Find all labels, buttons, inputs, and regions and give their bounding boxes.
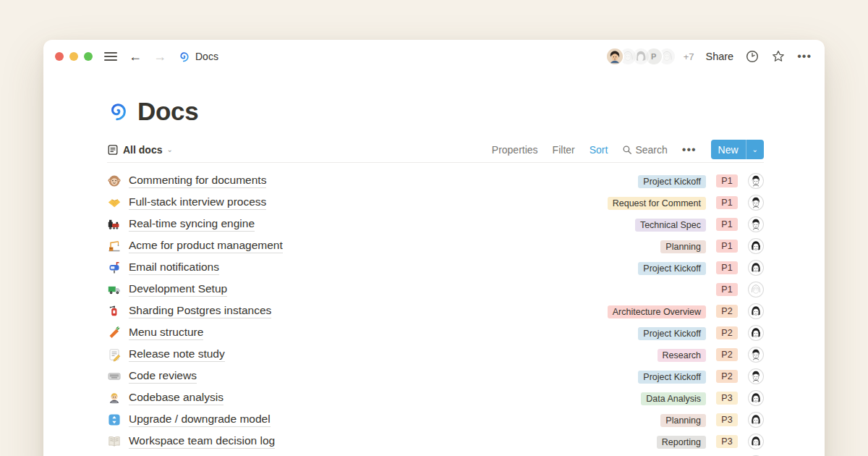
locomotive-icon xyxy=(107,217,122,232)
doc-priority-badge: P3 xyxy=(716,413,738,426)
doc-title-link[interactable]: Email notifications xyxy=(129,261,219,275)
doc-title-link[interactable]: Release note study xyxy=(129,347,225,362)
doc-priority-badge: P3 xyxy=(716,392,738,405)
doc-row[interactable]: Menu structure Project Kickoff P2 xyxy=(107,322,764,344)
doc-priority-badge: P2 xyxy=(716,348,738,361)
doc-row[interactable]: Email notifications Project Kickoff P1 xyxy=(107,257,764,279)
doc-row[interactable]: Acme for product management Planning P1 xyxy=(107,235,764,257)
updates-clock-icon[interactable] xyxy=(745,49,760,64)
doc-tag: Project Kickoff xyxy=(638,262,706,275)
new-button-label[interactable]: New xyxy=(711,140,746,159)
assignee-avatar xyxy=(748,173,764,189)
doc-priority-badge: P1 xyxy=(716,196,738,209)
doc-row[interactable]: Performance feedback Research P3 xyxy=(107,452,764,456)
cyclone-spiral-icon xyxy=(178,51,190,63)
breadcrumb[interactable]: Docs xyxy=(178,51,218,63)
doc-priority-badge: P1 xyxy=(716,240,738,253)
doc-tag: Request for Comment xyxy=(608,197,706,210)
doc-title-link[interactable]: Full-stack interview process xyxy=(129,195,266,210)
doc-row[interactable]: Sharding Postgres instances Architecture… xyxy=(107,300,764,322)
doc-row[interactable]: Commenting for documents Project Kickoff… xyxy=(107,170,764,192)
assignee-avatar xyxy=(748,282,764,297)
page-title: Docs xyxy=(137,97,198,126)
assignee-avatar xyxy=(748,347,764,363)
technologist-icon xyxy=(107,391,122,405)
traffic-lights xyxy=(55,52,93,61)
doc-title-link[interactable]: Upgrade / downgrade model xyxy=(129,413,271,427)
window-titlebar: ← → Docs P +7 Share ••• xyxy=(43,40,825,73)
doc-priority-badge: P1 xyxy=(716,218,738,231)
sort-button[interactable]: Sort xyxy=(590,144,608,156)
doc-tag: Project Kickoff xyxy=(638,175,706,188)
favorite-star-icon[interactable] xyxy=(771,49,786,64)
open-book-icon xyxy=(107,434,122,449)
doc-row[interactable]: Upgrade / downgrade model Planning P3 xyxy=(107,409,764,431)
view-more-icon[interactable]: ••• xyxy=(682,143,697,156)
doc-title-link[interactable]: Code reviews xyxy=(129,369,197,384)
share-button[interactable]: Share xyxy=(705,51,733,62)
new-dropdown-chevron-icon[interactable]: ⌄ xyxy=(746,140,764,159)
doc-row[interactable]: Development Setup P1 xyxy=(107,279,764,300)
doc-priority-badge: P2 xyxy=(716,326,738,339)
filter-button[interactable]: Filter xyxy=(553,144,575,156)
minimize-window-button[interactable] xyxy=(69,52,78,61)
carrot-icon xyxy=(107,326,122,340)
assignee-avatar xyxy=(748,195,764,211)
doc-row[interactable]: Code reviews Project Kickoff P2 xyxy=(107,366,764,387)
doc-tag: Technical Spec xyxy=(635,219,706,232)
assignee-avatar xyxy=(748,412,764,428)
doc-title-link[interactable]: Commenting for documents xyxy=(129,174,266,188)
assignee-avatar xyxy=(748,390,764,406)
doc-title-link[interactable]: Menu structure xyxy=(129,326,203,340)
assignee-avatar xyxy=(748,238,764,254)
doc-priority-badge: P1 xyxy=(716,261,738,274)
chevron-down-icon: ⌄ xyxy=(166,145,172,153)
doc-priority-badge: P1 xyxy=(716,283,738,296)
building-construction-icon xyxy=(107,239,122,253)
assignee-avatar xyxy=(748,216,764,232)
doc-title-link[interactable]: Sharding Postgres instances xyxy=(129,304,271,318)
properties-button[interactable]: Properties xyxy=(492,144,538,156)
doc-row[interactable]: Codebase analysis Data Analysis P3 xyxy=(107,387,764,409)
sidebar-toggle-icon[interactable] xyxy=(104,52,117,61)
doc-priority-badge: P1 xyxy=(716,174,738,187)
doc-tag: Planning xyxy=(660,414,706,427)
search-button[interactable]: Search xyxy=(622,144,667,156)
assignee-avatar xyxy=(748,260,764,276)
presence-overflow-count[interactable]: +7 xyxy=(684,51,694,62)
more-options-icon[interactable]: ••• xyxy=(797,50,812,63)
assignee-avatar xyxy=(748,303,764,319)
document-icon xyxy=(107,144,119,156)
presence-avatar[interactable] xyxy=(605,47,624,66)
doc-title-link[interactable]: Real-time syncing engine xyxy=(129,217,255,232)
new-button[interactable]: New ⌄ xyxy=(711,140,764,159)
back-button[interactable]: ← xyxy=(129,50,142,63)
doc-title-link[interactable]: Development Setup xyxy=(129,282,227,297)
doc-priority-badge: P3 xyxy=(716,435,738,448)
doc-row[interactable]: Workspace team decision log Reporting P3 xyxy=(107,431,764,452)
doc-priority-badge: P2 xyxy=(716,305,738,318)
forward-button[interactable]: → xyxy=(153,50,166,63)
keyboard-icon xyxy=(107,369,122,384)
up-down-arrow-icon xyxy=(107,413,122,427)
monkey-face-icon xyxy=(107,174,122,188)
doc-row[interactable]: Real-time syncing engine Technical Spec … xyxy=(107,214,764,235)
view-selector[interactable]: All docs ⌄ xyxy=(107,144,173,156)
doc-row[interactable]: Full-stack interview process Request for… xyxy=(107,192,764,214)
presence-avatar-stack[interactable]: P xyxy=(605,47,676,66)
doc-title-link[interactable]: Workspace team decision log xyxy=(129,434,275,449)
breadcrumb-title: Docs xyxy=(195,51,218,62)
doc-row[interactable]: Release note study Research P2 xyxy=(107,344,764,366)
zoom-window-button[interactable] xyxy=(84,52,93,61)
close-window-button[interactable] xyxy=(55,52,64,61)
page-cyclone-spiral-icon xyxy=(107,101,129,122)
mailbox-icon xyxy=(107,261,122,275)
doc-tag: Reporting xyxy=(657,436,706,449)
doc-tag: Data Analysis xyxy=(641,392,706,405)
doc-title-link[interactable]: Codebase analysis xyxy=(129,391,224,405)
delivery-truck-icon xyxy=(107,282,122,297)
docs-list: Commenting for documents Project Kickoff… xyxy=(107,170,764,456)
app-window: ← → Docs P +7 Share ••• Docs All docs ⌄ xyxy=(43,40,825,456)
fire-extinguisher-icon xyxy=(107,304,122,318)
doc-title-link[interactable]: Acme for product management xyxy=(129,239,283,253)
